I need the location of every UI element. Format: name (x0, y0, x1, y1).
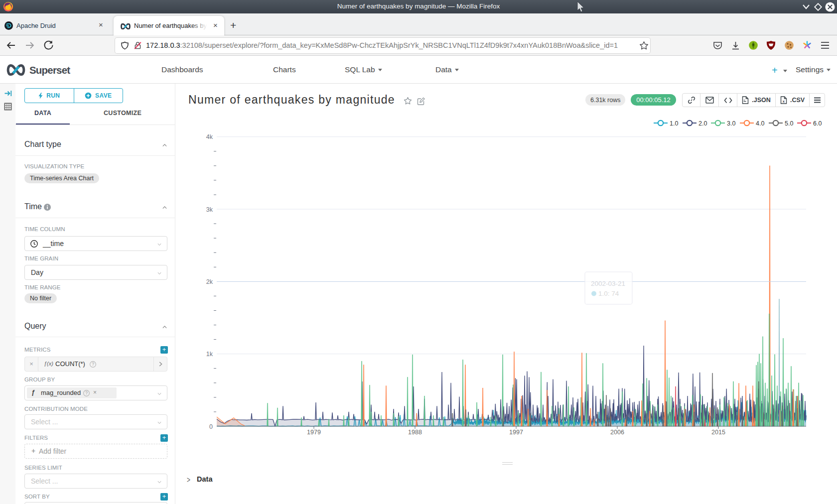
svg-text:1979: 1979 (307, 429, 321, 436)
svg-text:3k: 3k (206, 206, 213, 213)
svg-text:x: x (783, 99, 785, 104)
svg-text:0: 0 (209, 423, 213, 430)
svg-text:2k: 2k (206, 278, 213, 285)
svg-text:1k: 1k (206, 351, 213, 358)
svg-text:?: ? (92, 362, 94, 367)
svg-text:1.0: 1.0 (670, 120, 678, 127)
svg-text:1.0: 74: 1.0: 74 (598, 290, 619, 297)
svg-text:5.0: 5.0 (785, 120, 793, 127)
svg-text:4.0: 4.0 (756, 120, 764, 127)
svg-text:2002-03-21: 2002-03-21 (591, 280, 625, 287)
svg-text:2006: 2006 (610, 429, 624, 436)
svg-text:1988: 1988 (408, 429, 422, 436)
svg-text:4k: 4k (206, 133, 213, 140)
svg-text:?: ? (85, 390, 88, 395)
svg-text:2.0: 2.0 (698, 120, 707, 127)
svg-text:3.0: 3.0 (727, 120, 735, 127)
svg-text:6.0: 6.0 (813, 120, 822, 127)
svg-text:2015: 2015 (711, 429, 725, 436)
svg-text:1997: 1997 (509, 429, 523, 436)
